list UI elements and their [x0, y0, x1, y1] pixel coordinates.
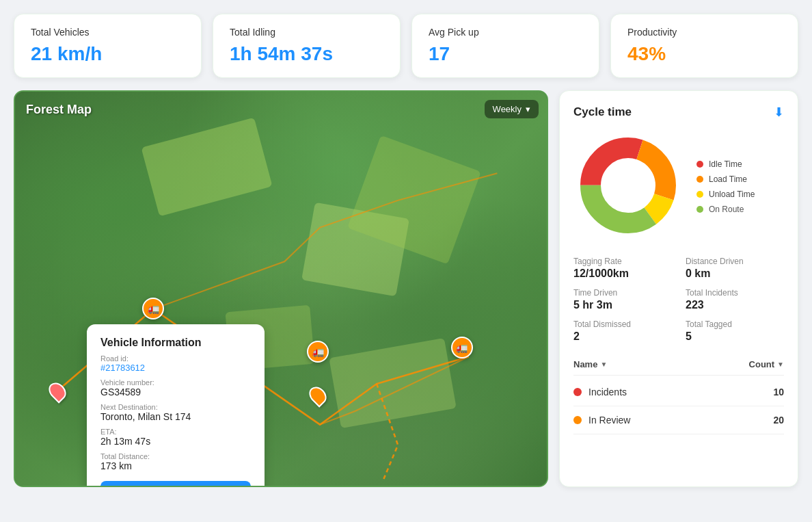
location-pin-1: [50, 382, 65, 401]
vehicle-marker-3[interactable]: 🚛: [451, 337, 473, 358]
total-incidents-value: 223: [686, 299, 784, 311]
inreview-dot: [573, 416, 582, 424]
distance-driven-value: 0 km: [686, 267, 784, 280]
onroute-label: On Route: [709, 205, 744, 214]
vehicle-info-popup: Vehicle Information Road id: #21783612 V…: [87, 324, 265, 487]
total-dismissed-item: Total Dismissed 2: [573, 319, 672, 343]
stats-grid: Tagging Rate 12/1000km Distance Driven 0…: [573, 257, 784, 343]
total-vehicles-value: 21 km/h: [31, 43, 185, 65]
total-dist-label: Total Distance:: [100, 452, 251, 460]
total-dist-value: 173 km: [100, 460, 251, 471]
count-col-label: Count: [749, 359, 775, 369]
count-col-header[interactable]: Count ▼: [749, 359, 784, 369]
avg-pickup-card: Avg Pick up 17: [411, 14, 599, 78]
weekly-period-button[interactable]: Weekly ▾: [485, 100, 539, 118]
unload-dot: [696, 191, 703, 198]
inreview-count: 20: [773, 415, 784, 426]
svg-point-4: [602, 159, 654, 211]
total-idling-card: Total Idling 1h 54m 37s: [213, 14, 401, 78]
road-id-label: Road id:: [100, 354, 251, 363]
chart-container: Idle Time Load Time Unload Time On Route: [573, 131, 784, 243]
productivity-card: Productivity 43%: [610, 14, 798, 78]
chevron-down-icon: ▾: [526, 104, 530, 114]
next-dest-value: Toronto, Milan St 174: [100, 411, 251, 422]
table-row-incidents: Incidents 10: [573, 378, 784, 406]
download-icon[interactable]: ⬇: [774, 105, 784, 120]
right-panel: Cycle time ⬇: [559, 90, 798, 487]
idle-label: Idle Time: [709, 159, 742, 169]
eta-value: 2h 13m 47s: [100, 436, 251, 447]
time-driven-item: Time Driven 5 hr 3m: [573, 288, 672, 311]
total-dismissed-label: Total Dismissed: [573, 319, 672, 329]
vehicle-icon-2: 🚛: [307, 341, 329, 363]
total-incidents-label: Total Incidents: [686, 288, 784, 298]
inreview-name: In Review: [588, 415, 630, 426]
avg-pickup-value: 17: [429, 43, 582, 65]
table-row-inreview: In Review 20: [573, 406, 784, 434]
tagging-rate-value: 12/1000km: [573, 267, 672, 280]
popup-title: Vehicle Information: [100, 337, 251, 349]
name-col-header[interactable]: Name ▼: [573, 359, 607, 369]
new-pickup-button[interactable]: New Pick Up On Route: [100, 481, 251, 487]
productivity-label: Productivity: [627, 27, 781, 38]
weekly-label: Weekly: [493, 104, 522, 114]
donut-chart: [573, 131, 683, 243]
idle-dot: [696, 161, 703, 168]
stats-row: Total Vehicles 21 km/h Total Idling 1h 5…: [14, 14, 798, 78]
load-dot: [696, 176, 703, 183]
tagging-rate-item: Tagging Rate 12/1000km: [573, 257, 672, 280]
distance-driven-label: Distance Driven: [686, 257, 784, 266]
load-label: Load Time: [709, 174, 747, 184]
total-vehicles-card: Total Vehicles 21 km/h: [14, 14, 202, 78]
time-driven-value: 5 hr 3m: [573, 299, 672, 311]
map-section: 🚛 🚛 🚛 Forest Map Weekly ▾ Vehicle Inform…: [14, 90, 548, 487]
vehicle-icon-3: 🚛: [451, 337, 473, 358]
incidents-row-left: Incidents: [573, 387, 627, 397]
vehicle-icon-1: 🚛: [142, 298, 164, 319]
name-col-label: Name: [573, 359, 597, 369]
unload-label: Unload Time: [709, 190, 755, 199]
total-tagged-item: Total Tagged 5: [686, 319, 784, 343]
table-header: Name ▼ Count ▼: [573, 354, 784, 376]
road-id-value: #21783612: [100, 363, 251, 373]
count-sort-icon: ▼: [777, 361, 784, 368]
total-dismissed-value: 2: [573, 330, 672, 343]
total-incidents-item: Total Incidents 223: [686, 288, 784, 311]
total-tagged-value: 5: [686, 330, 784, 343]
eta-label: ETA:: [100, 428, 251, 436]
panel-header: Cycle time ⬇: [573, 105, 784, 120]
incidents-name: Incidents: [588, 387, 627, 397]
main-row: 🚛 🚛 🚛 Forest Map Weekly ▾ Vehicle Inform…: [14, 90, 798, 487]
total-idling-value: 1h 54m 37s: [230, 43, 383, 65]
avg-pickup-label: Avg Pick up: [429, 27, 582, 38]
legend-onroute: On Route: [696, 205, 755, 214]
incidents-dot: [573, 388, 582, 396]
inreview-row-left: In Review: [573, 415, 630, 426]
total-tagged-label: Total Tagged: [686, 319, 784, 329]
vehicle-marker-2[interactable]: 🚛: [307, 341, 329, 363]
productivity-value: 43%: [627, 43, 781, 65]
vehicle-number-label: Vehicle number:: [100, 378, 251, 387]
tagging-rate-label: Tagging Rate: [573, 257, 672, 266]
total-vehicles-label: Total Vehicles: [31, 27, 185, 38]
incidents-count: 10: [773, 387, 784, 397]
onroute-dot: [696, 206, 703, 213]
location-pin-2: [310, 386, 325, 405]
chart-legend: Idle Time Load Time Unload Time On Route: [696, 159, 755, 214]
vehicle-marker-1[interactable]: 🚛: [142, 298, 164, 319]
total-idling-label: Total Idling: [230, 27, 383, 38]
legend-idle: Idle Time: [696, 159, 755, 169]
panel-title: Cycle time: [573, 105, 632, 119]
vehicle-number-value: GS34589: [100, 387, 251, 397]
next-dest-label: Next Destination:: [100, 403, 251, 411]
map-title: Forest Map: [26, 103, 92, 117]
distance-driven-item: Distance Driven 0 km: [686, 257, 784, 280]
legend-unload: Unload Time: [696, 190, 755, 199]
name-sort-icon: ▼: [600, 361, 607, 368]
time-driven-label: Time Driven: [573, 288, 672, 298]
legend-load: Load Time: [696, 174, 755, 184]
